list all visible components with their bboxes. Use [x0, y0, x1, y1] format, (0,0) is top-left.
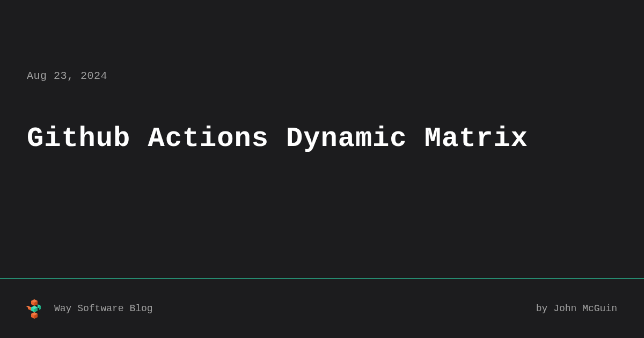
footer: Way Software Blog by John McGuin — [0, 279, 644, 338]
cactus-logo-icon — [24, 298, 45, 319]
author-byline: by John McGuin — [536, 303, 617, 314]
post-date: Aug 23, 2024 — [27, 70, 617, 82]
blog-name: Way Software Blog — [54, 303, 153, 314]
author-prefix: by — [536, 303, 553, 314]
author-name: John McGuin — [553, 303, 617, 314]
post-title: Github Actions Dynamic Matrix — [27, 122, 617, 156]
main-content: Aug 23, 2024 Github Actions Dynamic Matr… — [0, 0, 644, 278]
footer-left: Way Software Blog — [24, 298, 153, 319]
